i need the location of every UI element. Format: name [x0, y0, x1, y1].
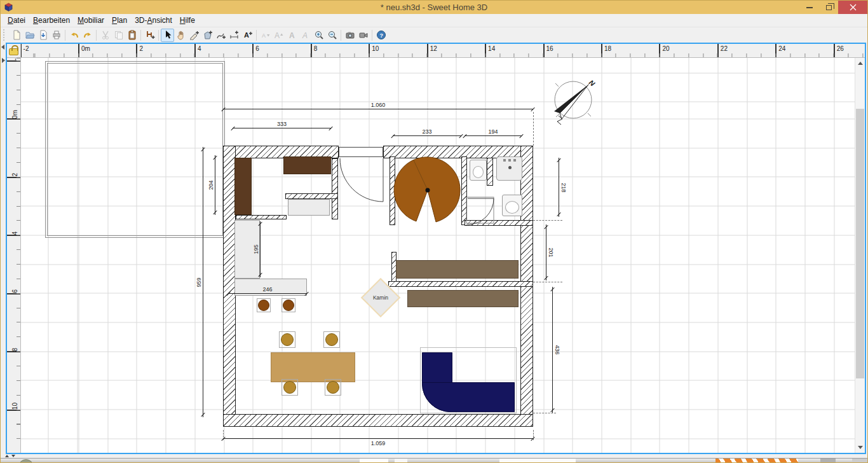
compass[interactable]: N [554, 78, 597, 125]
scroll-down-icon[interactable] [858, 446, 863, 449]
increase-text-size-button[interactable]: A [272, 29, 285, 42]
ruler-tick: 26 [834, 44, 835, 57]
add-furniture-button[interactable] [143, 29, 156, 42]
wall-room1-right[interactable] [332, 158, 338, 219]
entrance-door[interactable] [339, 147, 383, 157]
menu-bearbeiten[interactable]: Bearbeiten [29, 15, 74, 26]
zoom-in-button[interactable] [312, 29, 325, 42]
wardrobe[interactable] [234, 158, 252, 215]
create-polylines-button[interactable] [214, 29, 227, 42]
create-walls-button[interactable] [187, 29, 201, 42]
shelf-upper[interactable] [396, 260, 519, 279]
help-button[interactable]: ? [374, 29, 388, 42]
bold-button[interactable]: A [285, 29, 299, 42]
menu-mobiliar[interactable]: Mobiliar [74, 15, 108, 26]
italic-button[interactable]: A [299, 29, 312, 42]
shelf-lower[interactable] [407, 290, 519, 307]
splitter-expand-up-icon[interactable] [5, 455, 9, 457]
create-rooms-button[interactable] [201, 29, 214, 42]
dimension-shelfroom-height[interactable]: 201 [546, 225, 546, 280]
toolbar-drag-handle[interactable] [3, 29, 6, 41]
3d-view[interactable] [1, 458, 867, 463]
menu-datei[interactable]: Datei [4, 15, 29, 26]
video-camera-icon [358, 30, 369, 40]
toolbar-separator [256, 30, 257, 41]
dimension-bath-width[interactable]: 194 [465, 135, 522, 136]
menu-plan[interactable]: Plan [108, 15, 131, 26]
washbasin[interactable] [502, 195, 522, 216]
wall-left[interactable] [223, 146, 236, 427]
dimension-extension [533, 112, 534, 146]
wall-bath-stub[interactable] [487, 158, 493, 186]
wall-desk-partition[interactable] [285, 193, 338, 199]
catalog-splitter[interactable] [1, 43, 6, 453]
save-button[interactable] [36, 29, 50, 42]
shelf-room1[interactable] [283, 156, 331, 174]
bar-stool[interactable] [257, 298, 271, 312]
wall-bottom[interactable] [223, 414, 533, 427]
dimension-total-top[interactable]: 1.060 [223, 109, 533, 109]
print-button[interactable] [50, 29, 63, 42]
dimension-room1-height[interactable]: 204 [215, 155, 215, 215]
vertical-scrollbar[interactable] [855, 58, 865, 453]
dining-chair[interactable] [325, 379, 341, 396]
decrease-text-size-button[interactable]: A [259, 29, 272, 42]
dimension-bath-height[interactable]: 218 [559, 158, 559, 217]
fireplace[interactable]: Kamin [362, 279, 400, 317]
shower-sink[interactable] [496, 156, 522, 181]
open-button[interactable] [23, 29, 36, 42]
video-button[interactable] [356, 29, 370, 42]
dimension-house-height[interactable]: 959 [203, 147, 203, 417]
toilet[interactable] [470, 160, 487, 181]
close-button[interactable] [838, 1, 867, 14]
minimize-button[interactable] [800, 1, 819, 14]
zoom-out-button[interactable] [325, 29, 339, 42]
ruler-tick: 6 [7, 293, 20, 294]
paste-button[interactable] [125, 29, 139, 42]
add-text-button[interactable]: A [241, 29, 254, 42]
dining-chair[interactable] [281, 379, 298, 396]
menu-hilfe[interactable]: Hilfe [176, 15, 199, 26]
redo-button[interactable] [81, 29, 94, 42]
new-document-button[interactable] [10, 29, 23, 42]
wall-bath-bottom[interactable] [465, 220, 533, 226]
dimension-stairs-width[interactable]: 233 [393, 135, 461, 136]
splitter-expand-down-icon[interactable] [11, 455, 15, 457]
dimension-living-height[interactable]: 436 [552, 287, 553, 413]
plan-canvas[interactable]: Kamin [21, 58, 865, 453]
corner-sofa[interactable] [422, 382, 515, 412]
create-walls-icon [189, 30, 200, 40]
scroll-up-icon[interactable] [858, 62, 863, 65]
desk[interactable] [288, 199, 330, 216]
paste-icon [127, 30, 137, 40]
cut-button[interactable] [98, 29, 112, 42]
wall-stairs-right[interactable] [461, 156, 467, 225]
svg-text:A: A [244, 31, 249, 39]
select-tool-button[interactable] [161, 29, 174, 42]
wall-room1-bottom[interactable] [236, 215, 287, 219]
restore-button[interactable] [819, 1, 838, 14]
dimension-room1-width[interactable]: 333 [233, 128, 331, 128]
wall-living-mid[interactable] [388, 281, 533, 287]
splitter-expand-right-icon[interactable] [2, 58, 5, 63]
create-dimensions-button[interactable] [227, 29, 241, 42]
titlebar[interactable]: * neu.sh3d - Sweet Home 3D [1, 1, 867, 14]
splitter-expand-left-icon[interactable] [1, 45, 4, 50]
menu-3d-ansicht[interactable]: 3D-Ansicht [131, 15, 176, 26]
3d-object [820, 459, 836, 463]
dining-chair[interactable] [323, 331, 340, 348]
dimension-total-bottom[interactable]: 1.059 [223, 438, 533, 439]
dimension-counter-width[interactable]: 246 [228, 293, 307, 294]
scrollbar-thumb[interactable] [856, 109, 864, 378]
dimension-counter-height[interactable]: 195 [260, 221, 261, 277]
photo-button[interactable] [343, 29, 356, 42]
undo-button[interactable] [67, 29, 81, 42]
terrace-room[interactable] [45, 61, 225, 238]
tap-icon [508, 159, 511, 162]
dining-table[interactable] [271, 352, 355, 382]
copy-button[interactable] [112, 29, 125, 42]
bar-stool[interactable] [281, 298, 295, 312]
spiral-staircase[interactable] [394, 157, 460, 222]
pan-tool-button[interactable] [174, 29, 187, 42]
dining-chair[interactable] [279, 331, 295, 348]
